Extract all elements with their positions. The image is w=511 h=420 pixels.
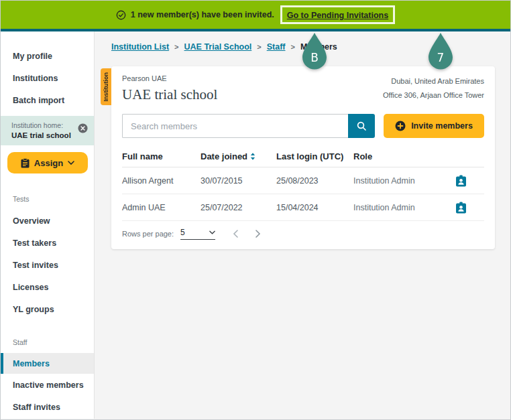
search-icon [356,121,367,131]
invite-members-button[interactable]: Invite members [384,114,484,138]
check-circle-icon [116,10,126,20]
sidebar: My profile Institutions Batch import Ins… [1,31,95,419]
cell-role: Institution Admin [353,176,455,186]
banner-message: 1 new member(s) have been invited. [131,10,274,19]
org-name: Pearson UAE [122,74,217,82]
sidebar-item-inactive-members[interactable]: Inactive members [1,374,94,396]
assign-button-label: Assign [34,158,63,168]
table-row: Allison Argent 30/07/2015 25/08/2023 Ins… [122,167,484,194]
teardrop-marker-b: B [302,32,327,72]
institution-home-box: Institution home: UAE trial school [1,116,94,145]
search-button[interactable] [348,114,375,138]
marker-label: B [310,51,319,64]
invite-members-label: Invite members [411,121,473,131]
page-title-school-name: UAE trial school [122,86,217,103]
institution-home-value: UAE trial school [11,131,76,139]
sidebar-item-test-invites[interactable]: Test invites [1,254,94,276]
chevron-right-icon[interactable] [255,230,261,238]
notification-banner: 1 new member(s) have been invited. Go to… [1,1,510,29]
chevron-down-icon [68,161,74,165]
table-row: Admin UAE 25/07/2022 15/04/2024 Institut… [122,194,484,221]
institution-card: Institution Pearson UAE UAE trial school… [111,66,495,249]
column-full-name: Full name [122,151,201,161]
assign-button[interactable]: Assign [7,152,88,173]
cell-last-login: 15/04/2024 [276,203,353,212]
cell-date-joined: 25/07/2022 [201,203,276,212]
plus-circle-icon [395,121,406,131]
pending-invitations-link[interactable]: Go to Pending Invitations [287,11,388,20]
rows-per-page-select[interactable]: 5 [180,228,215,240]
address-line-2: Office 306, Arjaan Office Tower [383,88,484,102]
breadcrumb-separator: > [290,43,294,51]
institution-tab-label: Institution [103,72,109,102]
close-icon[interactable] [78,123,88,133]
clipboard-icon [21,158,30,168]
members-toolbar: Invite members [122,114,484,138]
pagination: Rows per page: 5 [122,228,484,240]
chevron-down-icon [209,230,215,234]
app-window: 1 new member(s) have been invited. Go to… [0,0,511,420]
sidebar-item-members[interactable]: Members [1,353,94,374]
column-last-login: Last login (UTC) [276,151,353,161]
cell-role: Institution Admin [353,203,455,212]
teardrop-marker-7: 7 [428,32,453,72]
sidebar-section-tests: Tests [1,195,94,203]
search-group [122,114,375,138]
cell-full-name: Allison Argent [122,176,201,186]
sidebar-item-my-profile[interactable]: My profile [1,45,94,67]
members-table: Full name Date joined Last login (UTC) R… [122,146,484,221]
cell-full-name: Admin UAE [122,203,201,212]
member-badge-icon[interactable] [455,175,467,187]
institution-home-label: Institution home: [11,121,76,129]
sidebar-item-overview[interactable]: Overview [1,210,94,232]
column-role: Role [353,151,455,161]
cell-date-joined: 30/07/2015 [201,176,276,186]
sidebar-section-staff: Staff [1,338,94,346]
search-input[interactable] [122,114,348,138]
table-header-row: Full name Date joined Last login (UTC) R… [122,146,484,167]
breadcrumb-institution-list[interactable]: Institution List [111,42,169,52]
sidebar-item-batch-import[interactable]: Batch import [1,89,94,111]
institution-tab[interactable]: Institution [101,68,111,105]
rows-per-page-label: Rows per page: [122,230,174,238]
column-date-joined: Date joined [201,151,276,161]
member-badge-icon[interactable] [455,202,467,214]
breadcrumb-staff[interactable]: Staff [267,42,286,52]
breadcrumb-uae-trial-school[interactable]: UAE Trial School [184,42,252,52]
chevron-left-icon[interactable] [233,230,238,238]
sidebar-item-test-takers[interactable]: Test takers [1,232,94,254]
breadcrumb-separator: > [257,43,261,51]
sidebar-item-yl-groups[interactable]: YL groups [1,298,94,320]
main-content: Institution List > UAE Trial School > St… [95,31,510,419]
sidebar-item-licenses[interactable]: Licenses [1,276,94,298]
rows-per-page-value: 5 [180,228,185,237]
institution-address: Dubai, United Arab Emirates Office 306, … [383,74,484,103]
cell-last-login: 25/08/2023 [276,176,353,186]
sidebar-item-institutions[interactable]: Institutions [1,67,94,89]
banner-link-focus-box: Go to Pending Invitations [280,5,395,24]
address-line-1: Dubai, United Arab Emirates [383,74,484,88]
sort-arrows-icon[interactable] [250,153,255,160]
sidebar-item-staff-invites[interactable]: Staff invites [1,396,94,418]
card-header: Pearson UAE UAE trial school Dubai, Unit… [122,74,484,103]
marker-label: 7 [437,51,445,64]
breadcrumb-separator: > [174,43,178,51]
